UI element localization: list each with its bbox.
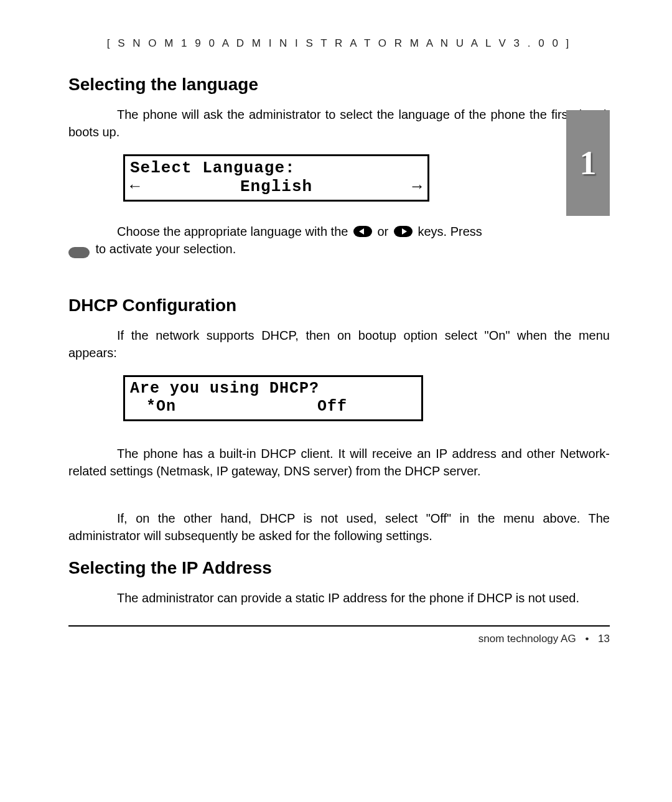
lcd-dhcp-on: *On — [146, 398, 317, 416]
heading-selecting-language: Selecting the language — [68, 75, 610, 95]
lcd-dhcp-question: Are you using DHCP? — [130, 380, 416, 398]
lcd-left-arrow-icon: ← — [130, 177, 141, 196]
heading-dhcp-config: DHCP Configuration — [68, 296, 610, 315]
heading-selecting-ip: Selecting the IP Address — [68, 558, 610, 578]
footer-rule — [68, 625, 610, 627]
ok-key-icon: OK — [68, 247, 90, 258]
para-lang-intro: The phone will ask the administrator to … — [68, 106, 610, 141]
text-fragment: Choose the appropriate language with the — [117, 225, 352, 238]
text-fragment: to activate your selection. — [96, 242, 236, 256]
lcd-dhcp: Are you using DHCP? *On Off — [123, 375, 423, 421]
lcd-right-arrow-icon: → — [412, 177, 422, 196]
para-ip-intro: The administrator can provide a static I… — [68, 589, 610, 607]
page-header: [ S N O M 1 9 0 A D M I N I S T R A T O … — [68, 37, 610, 50]
para-lang-keys: Choose the appropriate language with the… — [68, 223, 610, 258]
chapter-tab: 1 — [566, 110, 610, 216]
footer-bullet-icon: • — [585, 633, 589, 645]
para-dhcp-off: If, on the other hand, DHCP is not used,… — [68, 510, 610, 544]
footer-page-number: 13 — [598, 633, 610, 645]
para-dhcp-client: The phone has a built-in DHCP client. It… — [68, 445, 610, 480]
lcd-line1: Select Language: — [130, 159, 422, 177]
footer-company: snom technology AG — [478, 633, 576, 645]
lcd-language-value: English — [240, 177, 312, 196]
lcd-select-language: Select Language: ← English → — [123, 154, 429, 202]
manual-page: [ S N O M 1 9 0 A D M I N I S T R A T O … — [0, 0, 672, 802]
chapter-number: 1 — [580, 144, 597, 182]
left-key-icon — [353, 226, 372, 237]
text-fragment: or — [378, 225, 392, 238]
page-footer: snom technology AG • 13 — [68, 633, 610, 645]
right-key-icon — [394, 226, 413, 237]
para-dhcp-intro: If the network supports DHCP, then on bo… — [68, 327, 610, 361]
lcd-dhcp-off: Off — [317, 398, 347, 416]
text-fragment: keys. Press — [418, 225, 482, 238]
